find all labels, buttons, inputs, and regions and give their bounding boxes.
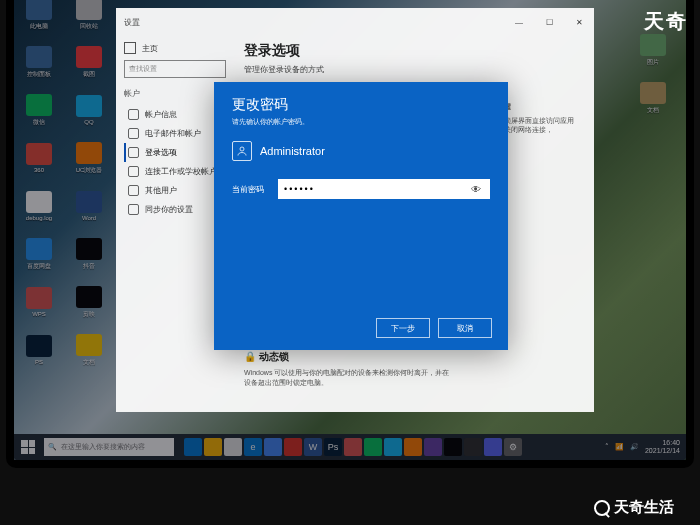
- change-password-dialog: 更改密码 请先确认你的帐户密码。 Administrator 当前密码 👁: [214, 82, 508, 350]
- dialog-subtitle: 请先确认你的帐户密码。: [232, 117, 490, 127]
- watermark-bottom: 天奇生活: [594, 498, 674, 517]
- user-avatar-icon: [232, 141, 252, 161]
- nav-item-icon: [128, 147, 139, 158]
- nav-item-label: 同步你的设置: [145, 204, 193, 215]
- nav-item-label: 登录选项: [145, 147, 177, 158]
- watermark-logo-icon: [594, 500, 610, 516]
- sidebar-category: 帐户: [124, 88, 226, 99]
- password-label: 当前密码: [232, 184, 268, 195]
- sidebar-item[interactable]: 帐户信息: [124, 105, 226, 124]
- dialog-title: 更改密码: [232, 96, 490, 114]
- desktop: 此电脑回收站控制面板截图微信QQ360UC浏览器debug.logWord百度网…: [14, 0, 686, 460]
- watermark-top: 天奇: [644, 8, 688, 35]
- monitor: 此电脑回收站控制面板截图微信QQ360UC浏览器debug.logWord百度网…: [6, 0, 694, 468]
- nav-item-label: 连接工作或学校帐户: [145, 166, 217, 177]
- dynamic-lock-title: 🔒 动态锁: [244, 350, 454, 364]
- cancel-button[interactable]: 取消: [438, 318, 492, 338]
- dynamic-lock-text: Windows 可以使用与你的电脑配对的设备来检测你何时离开，并在设备超出范围时…: [244, 368, 454, 388]
- dialog-username: Administrator: [260, 145, 325, 157]
- page-title: 登录选项: [244, 42, 584, 60]
- sidebar-item[interactable]: 连接工作或学校帐户: [124, 162, 226, 181]
- nav-item-icon: [128, 185, 139, 196]
- settings-search-placeholder: 查找设置: [129, 64, 157, 74]
- nav-item-icon: [128, 109, 139, 120]
- page-subtitle: 管理你登录设备的方式: [244, 64, 584, 75]
- sidebar-item[interactable]: 同步你的设置: [124, 200, 226, 219]
- nav-item-icon: [128, 204, 139, 215]
- next-button[interactable]: 下一步: [376, 318, 430, 338]
- reveal-password-icon[interactable]: 👁: [468, 184, 484, 195]
- nav-item-icon: [128, 128, 139, 139]
- close-button[interactable]: ✕: [564, 8, 594, 36]
- sidebar-home-label: 主页: [142, 43, 158, 54]
- nav-item-label: 其他用户: [145, 185, 177, 196]
- maximize-button[interactable]: ☐: [534, 8, 564, 36]
- nav-item-label: 电子邮件和帐户: [145, 128, 201, 139]
- sidebar-item[interactable]: 其他用户: [124, 181, 226, 200]
- sidebar-item[interactable]: 登录选项: [124, 143, 226, 162]
- sidebar-item[interactable]: 电子邮件和帐户: [124, 124, 226, 143]
- home-icon: [124, 42, 136, 54]
- password-input-wrap: 👁: [278, 179, 490, 199]
- settings-search[interactable]: 查找设置: [124, 60, 226, 78]
- minimize-button[interactable]: —: [504, 8, 534, 36]
- settings-titlebar: 设置 — ☐ ✕: [116, 8, 594, 36]
- nav-item-label: 帐户信息: [145, 109, 177, 120]
- sidebar-home[interactable]: 主页: [124, 42, 226, 54]
- password-input[interactable]: [284, 184, 468, 194]
- settings-window-title: 设置: [124, 17, 140, 28]
- nav-item-icon: [128, 166, 139, 177]
- svg-point-0: [240, 147, 244, 151]
